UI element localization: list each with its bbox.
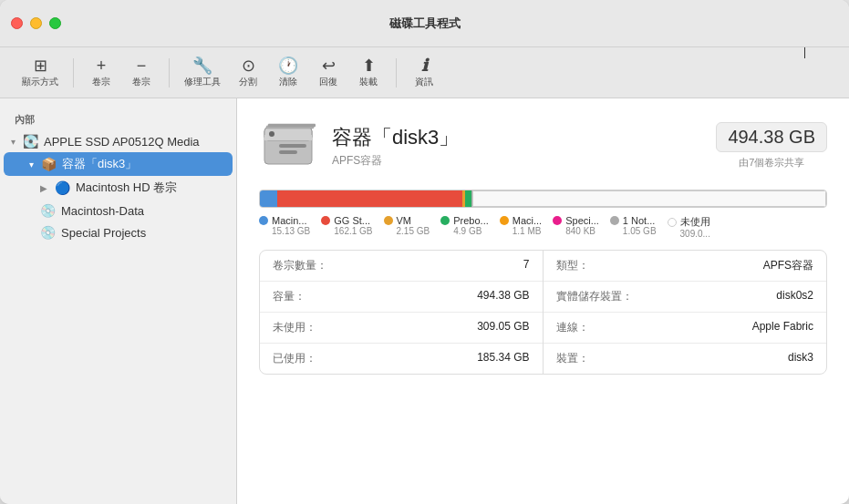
info-row-value: 494.38 GB	[477, 289, 529, 304]
partition-name-text: 未使用	[680, 215, 710, 229]
remove-volume-button[interactable]: − 卷宗	[121, 54, 161, 92]
window-title: 磁碟工具程式	[389, 15, 461, 32]
partition-name-text: VM	[397, 215, 412, 226]
titlebar: 磁碟工具程式	[0, 0, 849, 47]
info-row-label: 裝置：	[556, 351, 589, 366]
partition-segment	[277, 190, 462, 207]
macdata-icon: 💿	[40, 203, 56, 218]
partition-label-name: Speci...	[553, 215, 599, 226]
partition-label-item: Macin...15.13 GB	[259, 215, 310, 239]
partition-dot	[259, 216, 268, 225]
sidebar-item-ssd-label: APPLE SSD AP0512Q Media	[44, 135, 200, 149]
erase-label: 清除	[279, 76, 297, 88]
add-icon: +	[97, 57, 107, 74]
repair-button[interactable]: 🔧 修理工具	[177, 54, 228, 92]
partition-button[interactable]: ⊙ 分割	[228, 54, 268, 92]
info-button[interactable]: ℹ 資訊	[404, 54, 444, 92]
info-icon: ℹ	[421, 57, 428, 74]
view-button[interactable]: ⊞ 顯示方式	[15, 54, 66, 92]
restore-button[interactable]: ↩ 回復	[308, 54, 348, 92]
erase-button[interactable]: 🕐 清除	[268, 54, 308, 92]
sidebar-item-macintosh-data[interactable]: 💿 Macintosh-Data	[4, 200, 233, 221]
disk-header: 容器「disk3」 APFS容器 494.38 GB 由7個卷宗共享	[259, 117, 827, 175]
remove-label: 卷宗	[132, 76, 150, 88]
partition-label-item: Prebo...4.9 GB	[440, 215, 489, 239]
svg-rect-7	[268, 124, 316, 127]
partition-dot	[668, 218, 677, 227]
partition-label: 分割	[239, 76, 257, 88]
add-volume-button[interactable]: + 卷宗	[81, 54, 121, 92]
disk-type: APFS容器	[332, 153, 716, 169]
partition-label-item: 未使用309.0...	[668, 215, 710, 239]
partition-size-text: 15.13 GB	[259, 226, 310, 236]
repair-icon: 🔧	[192, 57, 212, 74]
info-row: 連線：Apple Fabric	[544, 313, 827, 344]
toolbar: ⊞ 顯示方式 + 卷宗 − 卷宗 🔧 修理工具 ⊙ 分割 🕐	[0, 47, 849, 98]
partition-size-text: 162.1 GB	[321, 226, 372, 236]
partition-dot	[500, 216, 509, 225]
toolbar-sep-3	[396, 58, 397, 87]
partition-size-text: 1.1 MB	[500, 226, 542, 236]
info-row-value: 309.05 GB	[477, 320, 529, 335]
minimize-button[interactable]	[30, 17, 42, 29]
partition-label-item: Maci...1.1 MB	[500, 215, 542, 239]
svg-rect-4	[279, 144, 306, 148]
info-row-label: 類型：	[556, 258, 589, 273]
info-row-value: APFS容器	[763, 258, 813, 273]
partition-name-text: GG St...	[334, 215, 370, 226]
main-window: 磁碟工具程式 ⊞ 顯示方式 + 卷宗 − 卷宗 🔧 修理工具	[0, 0, 849, 504]
svg-point-3	[269, 131, 274, 137]
partition-icon: ⊙	[242, 57, 255, 74]
erase-icon: 🕐	[278, 57, 298, 74]
close-button[interactable]	[11, 17, 23, 29]
info-row-value: 185.34 GB	[477, 351, 529, 366]
partition-label-item: Speci...840 KB	[553, 215, 599, 239]
info-row-label: 卷宗數量：	[273, 258, 327, 273]
sidebar-item-special-projects[interactable]: 💿 Special Projects	[4, 221, 233, 243]
mount-button[interactable]: ⬆ 裝載	[348, 54, 388, 92]
partition-size-text: 4.9 GB	[440, 226, 481, 236]
view-icon: ⊞	[34, 57, 47, 74]
info-row-value: disk0s2	[776, 289, 813, 304]
partition-name-text: 1 Not...	[623, 215, 655, 226]
partition-bar	[259, 190, 827, 208]
expand-arrow-machd: ▶	[40, 183, 47, 193]
info-row-label: 容量：	[273, 289, 305, 304]
toolbar-sep-1	[73, 58, 74, 87]
info-row-label: 已使用：	[273, 351, 316, 366]
partition-label-name: VM	[384, 215, 412, 226]
sidebar: 內部 ▾ 💽 APPLE SSD AP0512Q Media ▾ 📦 容器「di…	[0, 98, 237, 504]
add-label: 卷宗	[92, 76, 110, 88]
titlebar-center: 磁碟工具程式	[389, 15, 461, 32]
expand-arrow-disk3: ▾	[29, 159, 34, 170]
info-row: 裝置：disk3	[544, 344, 827, 374]
partition-name-text: Macin...	[272, 215, 307, 226]
partition-label-name: Maci...	[500, 215, 542, 226]
partition-dot	[440, 216, 450, 225]
sidebar-item-disk3[interactable]: ▾ 📦 容器「disk3」	[4, 152, 233, 176]
partition-name-text: Prebo...	[453, 215, 489, 226]
view-label: 顯示方式	[22, 76, 58, 88]
partition-label-name: 未使用	[668, 215, 710, 229]
traffic-lights	[11, 17, 61, 29]
restore-label: 回復	[319, 76, 337, 88]
partition-name-text: Speci...	[565, 215, 599, 226]
mount-label: 裝載	[359, 76, 378, 88]
partition-label-item: VM2.15 GB	[384, 215, 430, 239]
info-row-label: 實體儲存裝置：	[556, 289, 633, 304]
info-row-label: 未使用：	[273, 320, 316, 335]
partition-label-name: Macin...	[259, 215, 307, 226]
info-label: 資訊	[415, 76, 433, 88]
detail-pane: 容器「disk3」 APFS容器 494.38 GB 由7個卷宗共享	[237, 98, 849, 504]
partition-size-text: 309.0...	[668, 229, 710, 239]
partition-labels: Macin...15.13 GBGG St...162.1 GBVM2.15 G…	[259, 215, 827, 239]
info-row-value: disk3	[788, 351, 813, 366]
partition-segment	[260, 190, 277, 207]
sidebar-item-apple-ssd[interactable]: ▾ 💽 APPLE SSD AP0512Q Media	[4, 130, 233, 152]
info-row: 實體儲存裝置：disk0s2	[544, 282, 827, 313]
partition-label-name: GG St...	[321, 215, 370, 226]
maximize-button[interactable]	[49, 17, 61, 29]
partition-label-item: GG St...162.1 GB	[321, 215, 372, 239]
sidebar-item-macintosh-hd[interactable]: ▶ 🔵 Macintosh HD 卷宗	[4, 176, 233, 200]
special-projects-icon: 💿	[40, 225, 56, 240]
